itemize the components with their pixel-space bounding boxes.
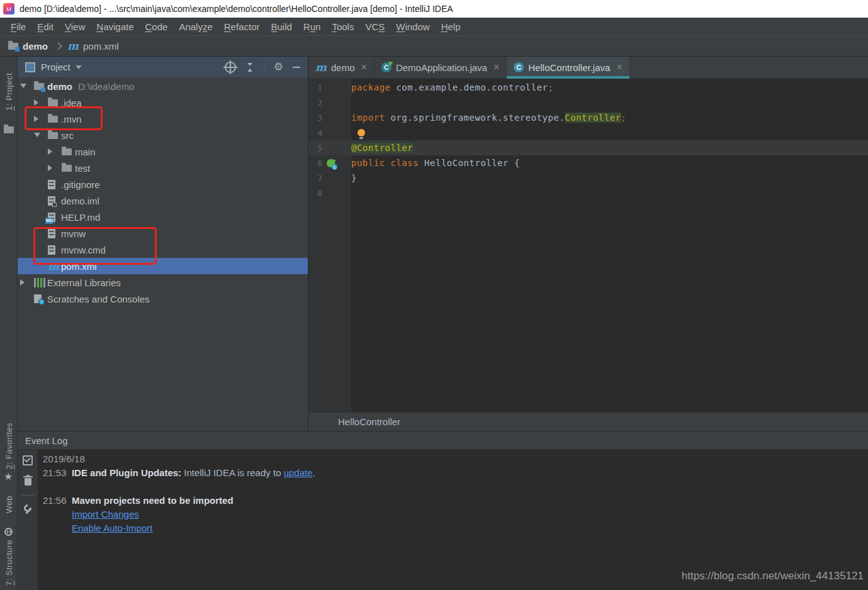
expand-arrow-icon[interactable] (34, 116, 48, 122)
maven-icon: m (315, 62, 327, 73)
event-log-entry: 2019/6/18 (43, 452, 868, 466)
expand-arrow-icon[interactable] (48, 148, 62, 155)
tree-item-main[interactable]: main (18, 143, 308, 160)
tree-item-label: mvnw (61, 228, 86, 239)
tree-item-src[interactable]: src (18, 127, 308, 143)
code-line (351, 95, 868, 110)
menu-analyze[interactable]: Analyze (173, 21, 218, 32)
menu-window[interactable]: Window (390, 21, 435, 32)
editor-breadcrumb-bar: HelloController (308, 412, 868, 431)
enable-auto-import-link[interactable]: Enable Auto-Import (72, 523, 152, 533)
gutter-line: 6 (308, 155, 351, 170)
window-title: demo [D:\idea\demo] - ...\src\main\java\… (20, 4, 453, 14)
code-text[interactable]: package com.example.demo.controller;impo… (351, 79, 868, 201)
watermark-url: https://blog.csdn.net/weixin_44135121 (682, 570, 864, 582)
gutter-line: 5 (308, 140, 351, 155)
event-log-toolbar (18, 450, 38, 590)
expand-arrow-icon[interactable] (20, 279, 34, 286)
editor-tab-demo[interactable]: mdemo× (308, 57, 375, 78)
menu-run[interactable]: Run (298, 21, 327, 32)
code-token: Controller (565, 113, 621, 123)
event-log-entry: 21:53 IDE and Plugin Updates: IntelliJ I… (43, 466, 868, 480)
toolwindow-button-project[interactable]: 1: Project (0, 63, 18, 121)
update-link[interactable]: update (284, 467, 313, 478)
globe-icon[interactable] (4, 528, 13, 536)
event-log-title: Event Log (25, 435, 68, 446)
event-log-content: 2019/6/1821:53 IDE and Plugin Updates: I… (39, 450, 868, 590)
tree-item-mvnw-cmd[interactable]: mvnw.cmd (18, 242, 308, 258)
line-number: 8 (313, 189, 322, 198)
tree-item-label: External Libraries (47, 277, 121, 288)
hide-panel-icon[interactable] (293, 67, 300, 68)
tree-item-mvn[interactable]: .mvn (18, 111, 308, 127)
menu-file[interactable]: File (5, 21, 31, 32)
gear-icon[interactable]: ⚙ (274, 62, 283, 72)
star-icon[interactable]: ★ (4, 472, 13, 482)
project-panel-header[interactable]: Project ⚙ (18, 57, 308, 77)
menu-refactor[interactable]: Refactor (218, 21, 266, 32)
menu-view[interactable]: View (59, 21, 91, 32)
code-token: import (351, 113, 385, 123)
event-text: IDE and Plugin Updates: (72, 467, 181, 478)
tree-item-scratches-and-consoles[interactable]: Scratches and Consoles (18, 291, 308, 307)
tab-label: demo (331, 62, 355, 73)
tree-item-label: .idea (61, 97, 82, 108)
editor-tab-hellocontroller-java[interactable]: CHelloController.java× (507, 57, 629, 78)
event-log-header[interactable]: Event Log (18, 431, 868, 450)
wrench-settings-icon[interactable] (23, 505, 33, 515)
menu-code[interactable]: Code (140, 21, 174, 32)
menu-bar: FileEditViewNavigateCodeAnalyzeRefactorB… (0, 18, 868, 36)
collapse-arrow-icon[interactable] (20, 81, 34, 91)
trash-icon[interactable] (25, 478, 31, 486)
tree-item-pom-xml[interactable]: mpom.xml (18, 258, 308, 274)
import-changes-link[interactable]: Import Changes (72, 509, 139, 520)
project-folder-icon (8, 43, 18, 50)
breadcrumb-file[interactable]: pom.xml (83, 41, 119, 52)
menu-vcs[interactable]: VCS (359, 21, 390, 32)
code-editor[interactable]: 12345678 package com.example.demo.contro… (308, 79, 868, 412)
folder-icon (48, 132, 61, 139)
close-tab-icon[interactable]: × (493, 62, 499, 73)
expand-arrow-icon[interactable] (34, 99, 48, 106)
expand-arrow-icon[interactable] (48, 165, 62, 171)
code-line (351, 186, 868, 201)
tree-item-idea[interactable]: .idea (18, 94, 308, 111)
event-text: . (313, 467, 315, 478)
tree-item-gitignore[interactable]: .gitignore (18, 176, 308, 192)
close-tab-icon[interactable]: × (361, 62, 367, 73)
tree-item-mvnw[interactable]: mvnw (18, 225, 308, 242)
locate-file-icon[interactable] (225, 62, 236, 73)
tree-item-help-md[interactable]: HELP.md (18, 209, 308, 225)
intention-bulb-icon[interactable] (358, 129, 365, 136)
menu-build[interactable]: Build (265, 21, 297, 32)
close-tab-icon[interactable]: × (616, 62, 622, 73)
line-number: 4 (313, 128, 322, 138)
tree-item-demo-iml[interactable]: demo.iml (18, 192, 308, 209)
code-token: org.springframework.stereotype. (385, 113, 565, 123)
menu-tools[interactable]: Tools (326, 21, 359, 32)
collapse-all-icon[interactable] (245, 62, 254, 72)
tool-window-stripe: 1: Project 2: Favorites ★ Web 7: Structu… (0, 57, 18, 590)
tree-item-test[interactable]: test (18, 160, 308, 176)
project-tree: demoD:\idea\demo.idea.mvnsrcmaintest.git… (18, 78, 308, 431)
editor-tab-demoapplication-java[interactable]: CDemoApplication.java× (375, 57, 507, 78)
spring-bean-icon[interactable] (327, 159, 335, 167)
code-token: package (351, 82, 391, 92)
mark-all-read-icon[interactable] (23, 455, 33, 465)
collapse-arrow-icon[interactable] (34, 130, 48, 140)
toolwindow-button-structure[interactable]: 7: Structure (0, 536, 18, 590)
toolwindow-button-web[interactable]: Web (0, 493, 18, 516)
chevron-down-icon[interactable] (76, 65, 82, 72)
breadcrumb-project[interactable]: demo (23, 41, 48, 52)
menu-edit[interactable]: Edit (31, 21, 59, 32)
tree-item-external-libraries[interactable]: External Libraries (18, 274, 308, 291)
tree-item-demo[interactable]: demoD:\idea\demo (18, 78, 308, 94)
folder-icon[interactable] (4, 126, 14, 133)
toolwindow-icon (25, 62, 35, 72)
menu-navigate[interactable]: Navigate (91, 21, 139, 32)
tree-item-path: D:\idea\demo (78, 81, 134, 92)
gutter-line-numbers: 12345678 (308, 79, 351, 201)
breadcrumb-class[interactable]: HelloController (338, 416, 400, 427)
menu-help[interactable]: Help (436, 21, 466, 32)
toolwindow-button-favorites[interactable]: 2: Favorites (0, 417, 18, 475)
